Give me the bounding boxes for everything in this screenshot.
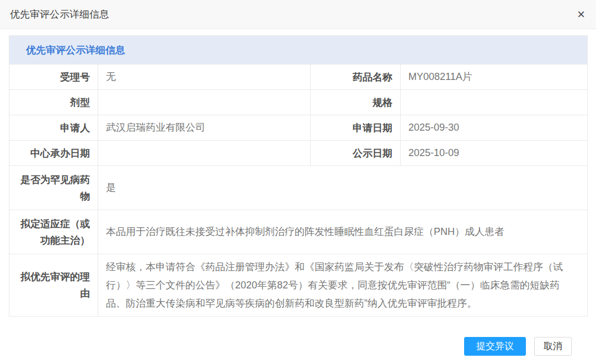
field-value-center-date — [98, 141, 311, 166]
field-label-drug-name: 药品名称 — [311, 65, 401, 90]
field-value-applicant: 武汉启瑞药业有限公司 — [98, 115, 311, 141]
table-row-dosageform-spec: 剂型 规格 — [9, 90, 588, 115]
field-value-specification — [401, 90, 588, 115]
dialog-header: 优先审评公示详细信息 × — [0, 0, 596, 29]
detail-table: 优先审评公示详细信息 受理号 无 药品名称 MY008211A片 剂型 规格 申… — [9, 35, 588, 317]
dialog-body: 优先审评公示详细信息 受理号 无 药品名称 MY008211A片 剂型 规格 申… — [0, 29, 596, 356]
table-row-rare-disease: 是否为罕见病药物 是 — [9, 166, 588, 210]
field-value-drug-name: MY008211A片 — [401, 65, 588, 90]
field-value-publicity-date: 2025-10-09 — [401, 141, 588, 166]
field-value-indication: 本品用于治疗既往未接受过补体抑制剂治疗的阵发性睡眠性血红蛋白尿症（PNH）成人患… — [98, 210, 588, 254]
field-label-review-reason: 拟优先审评的理由 — [9, 254, 98, 317]
field-value-dosage-form — [98, 90, 311, 115]
table-caption-row: 优先审评公示详细信息 — [9, 36, 588, 65]
close-icon[interactable]: × — [577, 8, 585, 21]
field-value-review-reason: 经审核，本申请符合《药品注册管理办法》和《国家药监局关于发布〈突破性治疗药物审评… — [98, 254, 588, 317]
field-label-apply-date: 申请日期 — [311, 115, 401, 141]
field-label-publicity-date: 公示日期 — [311, 141, 401, 166]
field-value-acceptance-no: 无 — [98, 65, 311, 90]
table-row-applicant-date: 申请人 武汉启瑞药业有限公司 申请日期 2025-09-30 — [9, 115, 588, 141]
field-label-center-date: 中心承办日期 — [9, 141, 98, 166]
field-label-specification: 规格 — [311, 90, 401, 115]
table-row-centerdate-publicdate: 中心承办日期 公示日期 2025-10-09 — [9, 141, 588, 166]
table-row-acceptance-drugname: 受理号 无 药品名称 MY008211A片 — [9, 65, 588, 90]
priority-review-detail-dialog: 优先审评公示详细信息 × 优先审评公示详细信息 受理号 无 药品名称 MY008… — [0, 0, 596, 364]
field-value-apply-date: 2025-09-30 — [401, 115, 588, 141]
dialog-title: 优先审评公示详细信息 — [10, 8, 109, 21]
cancel-button[interactable]: 取消 — [534, 337, 572, 356]
table-row-indication: 拟定适应症（或功能主治） 本品用于治疗既往未接受过补体抑制剂治疗的阵发性睡眠性血… — [9, 210, 588, 254]
field-label-acceptance-no: 受理号 — [9, 65, 98, 90]
dialog-footer: 提交异议 取消 — [9, 337, 587, 356]
field-label-rare-disease: 是否为罕见病药物 — [9, 166, 98, 210]
table-caption: 优先审评公示详细信息 — [9, 36, 588, 65]
field-label-indication: 拟定适应症（或功能主治） — [9, 210, 98, 254]
field-value-rare-disease: 是 — [98, 166, 588, 210]
field-label-dosage-form: 剂型 — [9, 90, 98, 115]
table-row-review-reason: 拟优先审评的理由 经审核，本申请符合《药品注册管理办法》和《国家药监局关于发布〈… — [9, 254, 588, 317]
submit-objection-button[interactable]: 提交异议 — [464, 337, 526, 356]
field-label-applicant: 申请人 — [9, 115, 98, 141]
